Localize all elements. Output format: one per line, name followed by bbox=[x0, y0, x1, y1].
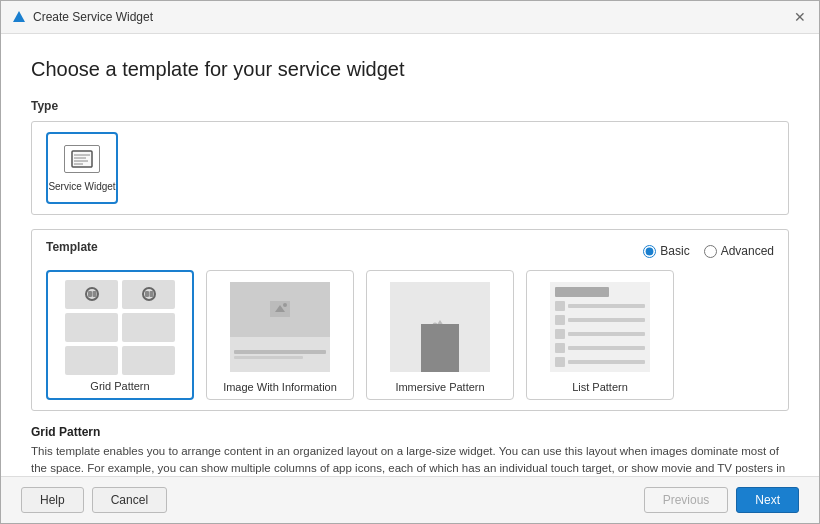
type-card-service-widget[interactable]: Service Widget bbox=[46, 132, 118, 204]
radio-advanced[interactable]: Advanced bbox=[704, 244, 774, 258]
cancel-button[interactable]: Cancel bbox=[92, 487, 167, 513]
footer-right-buttons: Previous Next bbox=[644, 487, 799, 513]
svg-point-14 bbox=[283, 303, 287, 307]
image-with-info-label: Image With Information bbox=[223, 381, 337, 393]
description-text: This template enables you to arrange con… bbox=[31, 443, 789, 476]
svg-marker-0 bbox=[13, 11, 25, 22]
template-card-immersive-pattern[interactable]: Immersive Pattern bbox=[366, 270, 514, 400]
footer-left-buttons: Help Cancel bbox=[21, 487, 167, 513]
template-card-image-with-information[interactable]: Image With Information bbox=[206, 270, 354, 400]
app-icon bbox=[11, 9, 27, 25]
radio-basic[interactable]: Basic bbox=[643, 244, 689, 258]
template-header: Template Basic Advanced bbox=[46, 240, 774, 262]
type-section-label: Type bbox=[31, 99, 789, 113]
main-content: Choose a template for your service widge… bbox=[1, 34, 819, 476]
svg-rect-8 bbox=[92, 291, 96, 297]
templates-grid: Grid Pattern bbox=[46, 270, 774, 400]
template-card-list-pattern[interactable]: List Pattern bbox=[526, 270, 674, 400]
immersive-visual bbox=[373, 277, 507, 377]
title-bar-left: Create Service Widget bbox=[11, 9, 153, 25]
service-widget-label: Service Widget bbox=[48, 181, 115, 192]
grid-pattern-visual bbox=[54, 278, 186, 376]
help-button[interactable]: Help bbox=[21, 487, 84, 513]
next-button[interactable]: Next bbox=[736, 487, 799, 513]
title-bar: Create Service Widget ✕ bbox=[1, 1, 819, 34]
description-section: Grid Pattern This template enables you t… bbox=[31, 425, 789, 476]
image-with-info-visual bbox=[213, 277, 347, 377]
service-widget-icon bbox=[64, 145, 100, 173]
list-pattern-visual bbox=[533, 277, 667, 377]
title-bar-title: Create Service Widget bbox=[33, 10, 153, 24]
page-title: Choose a template for your service widge… bbox=[31, 58, 789, 81]
immersive-pattern-label: Immersive Pattern bbox=[395, 381, 484, 393]
template-radio-group: Basic Advanced bbox=[643, 244, 774, 258]
template-card-grid-pattern[interactable]: Grid Pattern bbox=[46, 270, 194, 400]
grid-pattern-label: Grid Pattern bbox=[90, 380, 149, 392]
svg-rect-11 bbox=[149, 291, 153, 297]
svg-rect-1 bbox=[72, 151, 92, 167]
description-title: Grid Pattern bbox=[31, 425, 789, 439]
template-section: Template Basic Advanced bbox=[31, 229, 789, 411]
footer: Help Cancel Previous Next bbox=[1, 476, 819, 523]
svg-rect-7 bbox=[88, 291, 92, 297]
type-section: Service Widget bbox=[31, 121, 789, 215]
close-button[interactable]: ✕ bbox=[791, 8, 809, 26]
previous-button[interactable]: Previous bbox=[644, 487, 729, 513]
svg-rect-10 bbox=[145, 291, 149, 297]
list-pattern-label: List Pattern bbox=[572, 381, 628, 393]
create-service-widget-dialog: Create Service Widget ✕ Choose a templat… bbox=[0, 0, 820, 524]
template-section-label: Template bbox=[46, 240, 98, 254]
